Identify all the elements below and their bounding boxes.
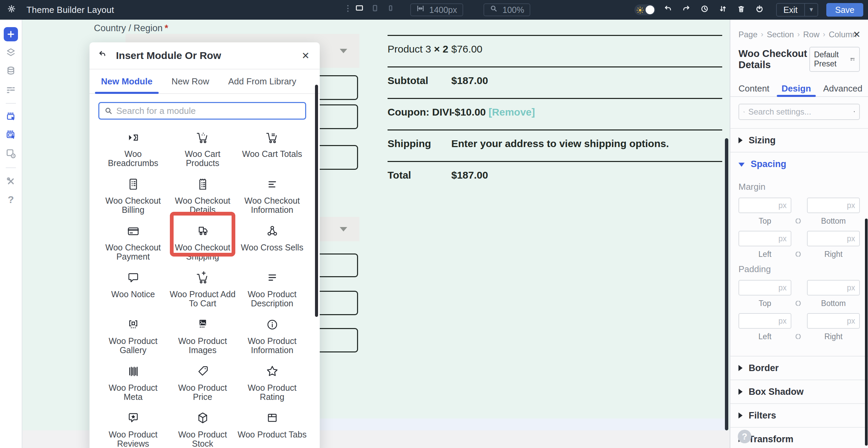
module-item-woo-notice[interactable]: Woo Notice — [98, 264, 168, 311]
module-item-woo-checkout-payment[interactable]: Woo Checkout Payment — [98, 217, 168, 264]
tab-add-from-library[interactable]: Add From Library — [226, 69, 298, 93]
breadcrumb-row[interactable]: Row — [803, 30, 820, 39]
module-item-woo-product-meta[interactable]: Woo Product Meta — [98, 358, 168, 404]
sidebar-item-click-mode-row[interactable] — [4, 128, 18, 142]
undo-button[interactable] — [664, 5, 674, 15]
close-icon[interactable]: ✕ — [300, 49, 311, 63]
row-value: $187.00 — [451, 169, 488, 188]
builder-settings-toggle[interactable] — [634, 4, 655, 15]
module-label: Woo Product Reviews — [108, 430, 157, 448]
padding-right-input[interactable] — [807, 313, 860, 329]
module-item-woo-product-stock[interactable]: Woo Product Stock — [168, 404, 237, 448]
back-icon[interactable] — [98, 50, 110, 61]
exit-button[interactable]: Exit — [777, 5, 805, 15]
padding-top-input[interactable] — [738, 280, 791, 296]
module-item-woo-product-price[interactable]: Woo Product Price — [168, 358, 237, 404]
portability-button[interactable] — [755, 5, 765, 15]
filter-funnel-icon[interactable] — [853, 108, 855, 116]
exit-caret-icon[interactable]: ▼ — [805, 6, 817, 13]
module-label: Woo Checkout Information — [244, 196, 300, 215]
save-button[interactable]: Save — [826, 3, 863, 17]
module-search-input[interactable] — [116, 106, 305, 116]
module-item-woo-checkout-shipping[interactable]: Woo Checkout Shipping — [168, 217, 237, 264]
phone-view-button[interactable] — [386, 4, 397, 16]
link-values-icon[interactable] — [791, 313, 807, 342]
section-header-border[interactable]: Border — [730, 357, 868, 380]
settings-search-input[interactable] — [748, 107, 853, 117]
section-header-spacing[interactable]: Spacing — [730, 152, 868, 176]
redo-button[interactable] — [682, 5, 692, 15]
sidebar-item-builder-tools[interactable] — [4, 174, 18, 188]
breadcrumb-page[interactable]: Page — [738, 30, 757, 39]
module-item-woo-checkout-billing[interactable]: Woo Checkout Billing — [98, 170, 168, 217]
kebab-menu-icon[interactable] — [344, 4, 349, 15]
canvas-width-control[interactable]: 1400px — [410, 3, 463, 16]
tablet-view-button[interactable] — [370, 4, 382, 16]
margin-bottom-input[interactable] — [807, 198, 860, 213]
module-item-woo-product-images[interactable]: Woo Product Images — [168, 311, 237, 358]
section-header-filters[interactable]: Filters — [730, 404, 868, 427]
link-values-icon[interactable] — [791, 280, 807, 308]
side-label: Bottom — [807, 217, 860, 226]
module-item-woo-checkout-details[interactable]: Woo Checkout Details — [168, 170, 237, 217]
woo-product-reviews-icon — [125, 410, 141, 426]
tab-advanced[interactable]: Advanced — [823, 81, 863, 96]
delete-button[interactable] — [737, 5, 747, 15]
module-item-woo-product-add-to-cart[interactable]: Woo Product Add To Cart — [168, 264, 237, 311]
woo-checkout-billing-icon — [125, 177, 141, 192]
section-header-sizing[interactable]: Sizing — [730, 129, 868, 152]
breadcrumb-separator: › — [823, 30, 825, 39]
sidebar-divider — [6, 167, 16, 168]
sidebar-item-dynamic-content[interactable] — [4, 64, 18, 78]
row-value: $187.00 — [451, 75, 488, 98]
module-item-woo-cross-sells[interactable]: Woo Cross Sells — [237, 217, 307, 264]
tab-new-module[interactable]: New Module — [99, 69, 155, 93]
section-header-box-shadow[interactable]: Box Shadow — [730, 380, 868, 403]
tab-new-row[interactable]: New Row — [170, 69, 211, 93]
margin-top-input[interactable] — [738, 198, 791, 213]
module-item-woo-product-rating[interactable]: Woo Product Rating — [237, 358, 307, 404]
sidebar-item-layers-view[interactable] — [4, 45, 18, 60]
module-item-woo-product-information[interactable]: Woo Product Information — [237, 311, 307, 358]
sidebar-item-wireframe-view[interactable] — [4, 82, 18, 96]
module-item-woo-checkout-information[interactable]: Woo Checkout Information — [237, 170, 307, 217]
tab-design[interactable]: Design — [782, 81, 811, 96]
desktop-view-button[interactable] — [355, 4, 366, 16]
module-item-woo-cart-totals[interactable]: Woo Cart Totals — [237, 124, 307, 170]
module-item-woo-product-description[interactable]: Woo Product Description — [237, 264, 307, 311]
sidebar-item-add-module[interactable] — [4, 27, 18, 41]
panel-scrollbar[interactable] — [865, 219, 868, 446]
module-item-woo-cart-products[interactable]: Woo Cart Products — [168, 124, 237, 170]
preview-scrollbar[interactable] — [725, 138, 728, 430]
section-spacing: SpacingMarginTopBottomLeftRightPaddingTo… — [730, 152, 868, 357]
margin-right-input[interactable] — [807, 231, 860, 246]
panel-close-icon[interactable]: ✕ — [853, 29, 861, 40]
default-preset-button[interactable]: Default Preset — [809, 47, 860, 72]
zoom-icon — [490, 4, 498, 15]
module-label: Woo Checkout Billing — [105, 196, 161, 215]
module-label: Woo Cart Products — [185, 149, 220, 168]
module-item-woo-product-gallery[interactable]: Woo Product Gallery — [98, 311, 168, 358]
help-button[interactable]: ? — [738, 430, 751, 443]
module-item-woo-product-reviews[interactable]: Woo Product Reviews — [98, 404, 168, 448]
history-button[interactable] — [700, 5, 710, 15]
sort-icon — [719, 5, 728, 15]
padding-left-input[interactable] — [738, 313, 791, 329]
tab-content[interactable]: Content — [738, 81, 769, 96]
sidebar-item-view-modules[interactable] — [4, 146, 18, 161]
modal-scrollbar[interactable] — [315, 85, 318, 317]
padding-bottom-input[interactable] — [807, 280, 860, 296]
margin-left-input[interactable] — [738, 231, 791, 246]
sort-button[interactable] — [718, 5, 729, 15]
module-item-woo-product-tabs[interactable]: Woo Product Tabs — [237, 404, 307, 448]
link-values-icon[interactable] — [791, 198, 807, 226]
sidebar-item-click-mode-module[interactable] — [4, 110, 18, 124]
canvas-zoom-control[interactable]: 100% — [484, 3, 530, 16]
module-item-woo-breadcrumbs[interactable]: Woo Breadcrumbs — [98, 124, 168, 170]
breadcrumb-section[interactable]: Section — [767, 30, 794, 39]
link-values-icon[interactable] — [791, 231, 807, 259]
remove-coupon-link[interactable]: [Remove] — [486, 106, 535, 118]
sidebar-item-help[interactable]: ? — [4, 192, 18, 207]
gear-icon[interactable] — [7, 5, 18, 15]
help-icon: ? — [5, 194, 16, 205]
